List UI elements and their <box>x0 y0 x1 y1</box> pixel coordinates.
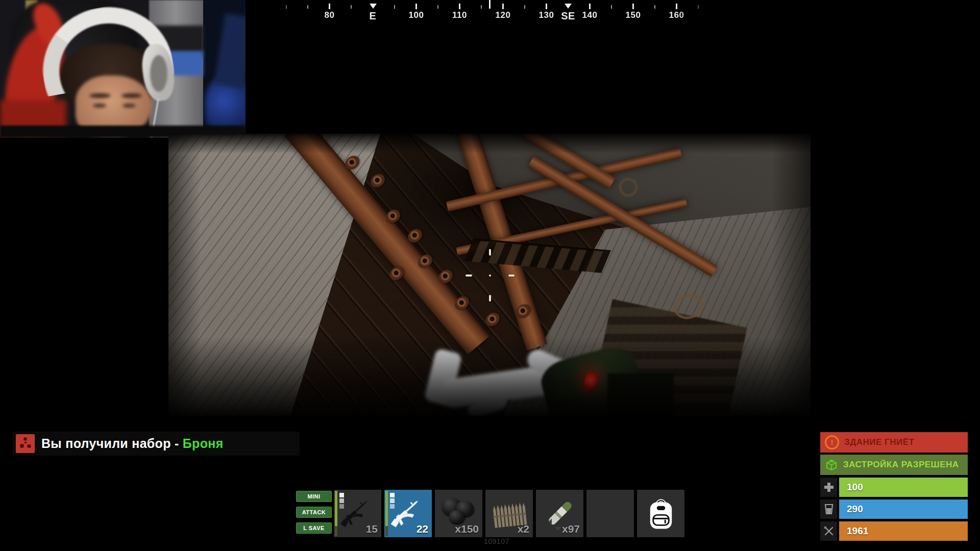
health-indicator: 100 <box>820 478 968 497</box>
hotbar-slot-rocket[interactable]: x97 <box>536 490 583 537</box>
compass-tick <box>546 4 547 9</box>
calories-value: 1961 <box>839 521 968 541</box>
alert-text: ЗАСТРОЙКА РАЗРЕШЕНА <box>843 460 959 470</box>
alert-building-allowed: ЗАСТРОЙКА РАЗРЕШЕНА <box>820 455 968 475</box>
health-value: 100 <box>839 478 968 497</box>
status-panel: ! ЗДАНИЕ ГНИЁТ ЗАСТРОЙКА РАЗРЕШЕНА 100 <box>820 432 968 541</box>
webcam-person-face <box>89 93 111 98</box>
item-count: x2 <box>518 523 529 535</box>
webcam-person-face <box>121 93 142 98</box>
backpack-icon <box>637 490 684 537</box>
box-icon <box>825 458 838 471</box>
compass-tick <box>502 4 504 9</box>
crosshair-tick <box>465 274 472 277</box>
compass-tick <box>698 5 699 9</box>
crosshair-tick <box>489 249 491 256</box>
utensils-icon <box>820 521 837 541</box>
hotbar-slot-empty[interactable] <box>586 490 634 537</box>
hydration-indicator: 290 <box>820 499 968 519</box>
compass-tick <box>589 4 591 9</box>
compass-label: 130 <box>539 10 554 20</box>
compass-tick <box>524 5 525 9</box>
calories-indicator: 1961 <box>820 521 968 541</box>
compass-tick <box>676 4 677 9</box>
cup-icon <box>820 499 837 519</box>
compass-strip: 80E100110120130SE140150160 <box>0 0 980 24</box>
hotbar: 15 22 <box>334 490 684 537</box>
attack-button[interactable]: ATTACK <box>296 507 332 518</box>
watermark: 109107 <box>484 537 509 545</box>
compass-label: SE <box>561 10 575 22</box>
compass-label: 150 <box>626 10 641 20</box>
mini-button[interactable]: MINI <box>296 491 332 502</box>
backpack-slot[interactable] <box>637 490 684 537</box>
alert-building-decay: ! ЗДАНИЕ ГНИЁТ <box>820 432 968 453</box>
compass-tick <box>481 5 482 9</box>
compass-tick <box>394 5 395 9</box>
compass-tick <box>307 5 308 9</box>
notification-text: Вы получили набор - Броня <box>41 436 224 451</box>
webcam-person-face <box>122 104 136 108</box>
compass-label: 100 <box>409 10 424 20</box>
rust-logo-icon <box>16 434 35 453</box>
crosshair-dot <box>489 274 491 277</box>
alert-text: ЗДАНИЕ ГНИЁТ <box>844 437 914 447</box>
hotbar-slot-ak-selected[interactable]: 22 <box>384 490 432 537</box>
notification-message: Вы получили набор - <box>41 436 183 450</box>
hotbar-slot-charcoal[interactable]: x150 <box>435 490 482 537</box>
loot-notification: Вы получили набор - Броня <box>13 432 300 456</box>
notification-highlight: Броня <box>183 436 224 450</box>
webcam-headphones-earcup <box>150 55 167 92</box>
hotbar-slot-rifle[interactable]: 15 <box>334 490 381 537</box>
compass-label: 140 <box>582 10 598 20</box>
compass-label: 160 <box>669 10 684 20</box>
webcam-person-face <box>93 104 106 108</box>
compass-tick <box>329 4 330 9</box>
alert-circle-icon: ! <box>825 435 839 449</box>
plus-icon <box>820 478 837 497</box>
game-viewport <box>168 134 811 416</box>
crosshair-tick <box>508 274 514 277</box>
compass-tick <box>415 4 417 9</box>
hotbar-slot-palisade[interactable]: x2 <box>485 490 533 537</box>
item-count: x97 <box>562 523 580 535</box>
item-count: 22 <box>416 523 428 535</box>
compass-label: E <box>370 10 377 22</box>
compass-heading-marker <box>489 0 491 9</box>
compass-label: 110 <box>452 10 467 20</box>
compass-tick <box>632 4 634 9</box>
compass-label: 120 <box>496 10 511 20</box>
compass-tick <box>654 5 655 9</box>
item-count: 15 <box>366 523 378 535</box>
compass-tick <box>286 5 287 9</box>
compass-tick <box>459 4 460 9</box>
save-button[interactable]: L SAVE <box>296 522 332 534</box>
hydration-value: 290 <box>839 499 968 519</box>
quick-buttons: MINI ATTACK L SAVE <box>296 491 332 538</box>
compass-cardinal-marker-icon <box>565 4 572 9</box>
compass-label: 80 <box>325 10 335 20</box>
compass-tick <box>437 5 438 9</box>
compass-tick <box>351 5 352 9</box>
compass-tick <box>611 5 612 9</box>
compass-cardinal-marker-icon <box>370 4 377 9</box>
item-count: x150 <box>455 523 479 535</box>
crosshair-tick <box>489 295 491 302</box>
